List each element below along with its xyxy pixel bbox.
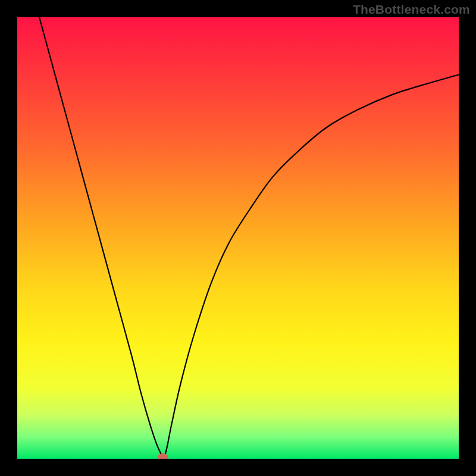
bottleneck-chart (17, 17, 459, 459)
chart-background (17, 17, 459, 459)
chart-frame: TheBottleneck.com (0, 0, 476, 476)
watermark-text: TheBottleneck.com (353, 2, 470, 17)
